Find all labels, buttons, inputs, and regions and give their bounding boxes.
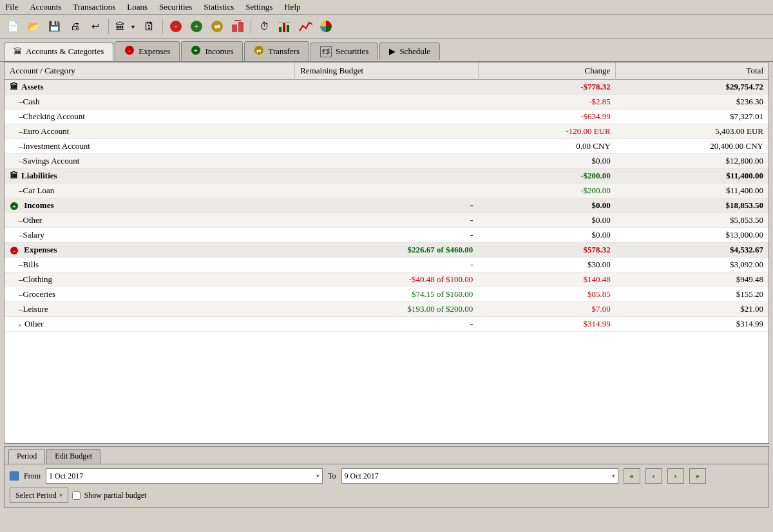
pie-chart-icon[interactable] [317, 17, 335, 35]
cash-name: –Cash [5, 95, 295, 109]
menu-file[interactable]: File [5, 2, 18, 12]
row-bills[interactable]: –Bills - $30.00 $3,092.00 [5, 258, 768, 272]
row-other-expense[interactable]: › Other - $314.99 $314.99 [5, 317, 768, 332]
to-label: To [328, 471, 336, 481]
col-change: Change [478, 62, 615, 80]
income-icon[interactable]: + [187, 17, 205, 35]
row-cash[interactable]: –Cash -$2.85 $236.30 [5, 95, 768, 109]
from-date-dropdown[interactable]: 1 Oct 2017 ▾ [46, 468, 323, 484]
incomes-total: $18,853.50 [616, 198, 768, 213]
row-carloan[interactable]: –Car Loan -$200.00 $11,400.00 [5, 184, 768, 198]
svg-rect-11 [287, 25, 289, 32]
scheduled-icon[interactable]: 🗓 [140, 17, 158, 35]
menu-settings[interactable]: Settings [245, 2, 272, 12]
investment-name: –Investment Account [5, 139, 295, 154]
svg-rect-9 [279, 27, 282, 32]
row-liabilities[interactable]: 🏛Liabilities -$200.00 $11,400.00 [5, 169, 768, 184]
savings-change: $0.00 [478, 154, 615, 169]
tab-schedule[interactable]: ▶ Schedule [379, 43, 440, 60]
other-income-total: $5,853.50 [616, 213, 768, 228]
tab-edit-budget[interactable]: Edit Budget [46, 449, 100, 464]
separator-3 [251, 19, 251, 34]
back-button[interactable]: ↩ [86, 17, 104, 35]
tab-transfers-icon: ⇄ [254, 45, 264, 58]
row-incomes[interactable]: + Incomes - $0.00 $18,853.50 [5, 198, 768, 213]
euro-name: –Euro Account [5, 124, 295, 139]
assets-name: 🏛Assets [5, 80, 295, 95]
to-date-dropdown[interactable]: 9 Oct 2017 ▾ [341, 468, 618, 484]
print-button[interactable]: 🖨 [66, 17, 84, 35]
open-button[interactable]: 📂 [24, 17, 43, 35]
checking-budget [295, 109, 479, 124]
menu-help[interactable]: Help [284, 2, 300, 12]
svg-text:⇄: ⇄ [215, 23, 220, 30]
other-expense-budget: - [295, 317, 479, 332]
bills-budget: - [295, 258, 479, 272]
row-groceries[interactable]: –Groceries $74.15 of $160.00 $85.85 $155… [5, 287, 768, 302]
row-euro[interactable]: –Euro Account -120.00 EUR 5,403.00 EUR [5, 124, 768, 139]
nav-prev-button[interactable]: ‹ [645, 468, 662, 484]
scheduled-trans-icon[interactable]: ⏱ [255, 17, 273, 35]
row-other-income[interactable]: –Other - $0.00 $5,853.50 [5, 213, 768, 228]
menu-statistics[interactable]: Statistics [204, 2, 234, 12]
leisure-name: –Leisure [5, 302, 295, 317]
to-date-value: 9 Oct 2017 [345, 471, 379, 481]
row-checking[interactable]: –Checking Account -$634.99 $7,327.01 [5, 109, 768, 124]
tab-accounts-icon: 🏛 [14, 46, 22, 57]
budget-icon[interactable] [276, 17, 294, 35]
nav-last-button[interactable]: » [689, 468, 706, 484]
cash-total: $236.30 [616, 95, 768, 109]
svg-rect-10 [283, 23, 285, 32]
assets-budget [295, 80, 479, 95]
bills-total: $3,092.00 [616, 258, 768, 272]
transfer-icon[interactable]: ⇄ [208, 17, 226, 35]
new-doc-button[interactable]: 📄 [4, 17, 22, 35]
from-date-value: 1 Oct 2017 [49, 471, 83, 481]
svg-text:+: + [195, 22, 199, 31]
euro-change: -120.00 EUR [478, 124, 615, 139]
split-icon[interactable] [229, 17, 247, 35]
tab-accounts-categories[interactable]: 🏛 Accounts & Categories [4, 43, 113, 61]
partial-budget-checkbox[interactable] [72, 491, 81, 500]
liabilities-total: $11,400.00 [616, 169, 768, 184]
bank-dropdown-arrow[interactable]: ▾ [128, 17, 138, 35]
clothing-change: $140.48 [478, 272, 615, 287]
select-period-button[interactable]: Select Period ▾ [10, 488, 68, 503]
row-salary[interactable]: –Salary - $0.00 $13,000.00 [5, 228, 768, 243]
tab-expenses[interactable]: - Expenses [115, 41, 180, 61]
salary-name: –Salary [5, 228, 295, 243]
row-leisure[interactable]: –Leisure $193.00 of $200.00 $7.00 $21.00 [5, 302, 768, 317]
tab-incomes[interactable]: + Incomes [181, 41, 243, 61]
menu-accounts[interactable]: Accounts [30, 2, 61, 12]
nav-first-button[interactable]: « [624, 468, 640, 484]
svg-text:+: + [194, 46, 198, 54]
row-clothing[interactable]: –Clothing -$40.48 of $100.00 $140.48 $94… [5, 272, 768, 287]
investment-budget [295, 139, 479, 154]
row-expenses[interactable]: - Expenses $226.67 of $460.00 $578.32 $4… [5, 243, 768, 258]
liabilities-change: -$200.00 [478, 169, 615, 184]
menu-securities[interactable]: Securities [159, 2, 192, 12]
select-period-arrow: ▾ [59, 492, 62, 499]
menu-loans[interactable]: Loans [127, 2, 148, 12]
row-savings[interactable]: –Savings Account $0.00 $12,800.00 [5, 154, 768, 169]
salary-budget: - [295, 228, 479, 243]
tab-schedule-icon: ▶ [389, 46, 396, 57]
clothing-name: –Clothing [5, 272, 295, 287]
bank-dropdown[interactable]: 🏛 ▾ [113, 17, 138, 35]
svg-text:+: + [12, 203, 16, 210]
tab-securities[interactable]: €$ Securities [310, 43, 378, 61]
tab-transfers[interactable]: ⇄ Transfers [244, 41, 309, 61]
menu-transactions[interactable]: Transactions [73, 2, 115, 12]
save-button[interactable]: 💾 [45, 17, 63, 35]
tab-period[interactable]: Period [8, 449, 45, 464]
savings-budget [295, 154, 479, 169]
nav-next-button[interactable]: › [667, 468, 684, 484]
incomes-name: + Incomes [5, 198, 295, 213]
expense-icon[interactable]: - [167, 17, 185, 35]
carloan-change: -$200.00 [478, 184, 615, 198]
line-chart-icon[interactable] [296, 17, 314, 35]
row-investment[interactable]: –Investment Account 0.00 CNY 20,400.00 C… [5, 139, 768, 154]
accounts-table-container: Account / Category Remaining Budget Chan… [4, 62, 769, 444]
row-assets[interactable]: 🏛Assets -$778.32 $29,754.72 [5, 80, 768, 95]
clothing-budget: -$40.48 of $100.00 [295, 272, 479, 287]
